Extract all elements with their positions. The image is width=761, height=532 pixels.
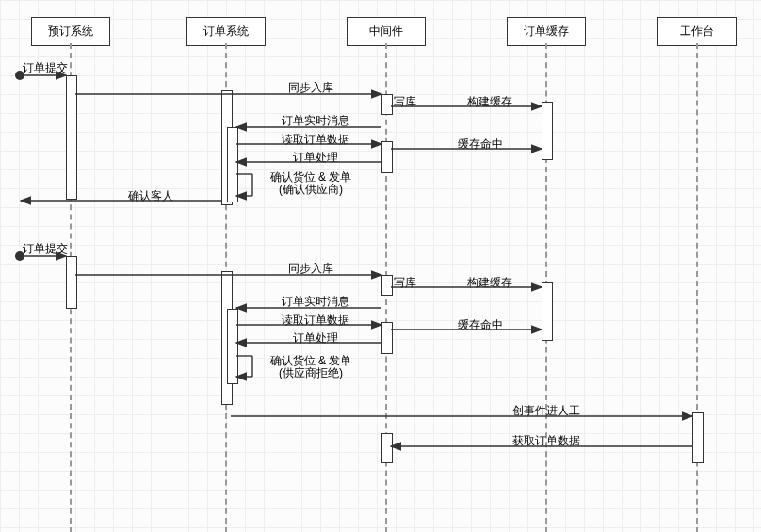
arrows-svg [0,0,761,532]
msg-fetchorder: 获取订单数据 [414,433,678,449]
participant-order-label: 订单系统 [203,24,249,38]
activation-workbench-2 [692,412,704,463]
activation-booking-2 [66,256,77,309]
participant-middleware-label: 中间件 [369,24,403,38]
participant-booking-label: 预订系统 [48,24,93,38]
msg-buildcache-2: 构建缓存 [443,275,537,291]
participant-order: 订单系统 [186,17,266,46]
msg-confirmB-2: (供应商拒绝) [245,365,377,381]
msg-process-2: 订单处理 [254,330,377,347]
participant-workbench: 工作台 [657,17,737,46]
participant-workbench-label: 工作台 [680,24,714,38]
msg-process-1: 订单处理 [254,150,377,166]
msg-createticket: 创事件进人工 [414,403,678,419]
activation-order-2b [227,309,238,384]
msg-cachehit-2: 缓存命中 [424,317,537,333]
activation-order-1b [227,127,238,202]
activation-mw-2c [381,433,393,463]
msg-writedb-2: 写库 [394,275,416,291]
participant-cache: 订单缓存 [507,17,586,46]
activation-mw-1b [381,141,393,173]
msg-buildcache-1: 构建缓存 [443,94,537,110]
msg-writedb-1: 写库 [394,94,416,110]
msg-readorder-1: 读取订单数据 [254,132,377,148]
activation-cache-1 [542,102,553,160]
participant-booking: 预订系统 [31,17,110,46]
msg-syncstore-1: 同步入库 [245,80,377,96]
msg-submit-1: 订单提交 [23,60,68,76]
msg-readorder-2: 读取订单数据 [254,313,377,329]
activation-mw-2b [381,322,393,354]
msg-confirmB-1: (确认供应商) [245,182,377,198]
msg-realtime-2: 订单实时消息 [254,294,377,310]
participant-cache-label: 订单缓存 [524,24,569,38]
msg-submit-2: 订单提交 [23,241,68,257]
activation-mw-1a [381,94,393,115]
activation-mw-2a [381,275,393,296]
activation-cache-2 [542,282,553,341]
participant-middleware: 中间件 [347,17,426,46]
activation-booking-1 [66,75,77,200]
msg-cachehit-1: 缓存命中 [424,137,537,153]
msg-syncstore-2: 同步入库 [245,261,377,277]
msg-confirmguest: 确认客人 [94,188,207,204]
msg-realtime-1: 订单实时消息 [254,113,377,129]
